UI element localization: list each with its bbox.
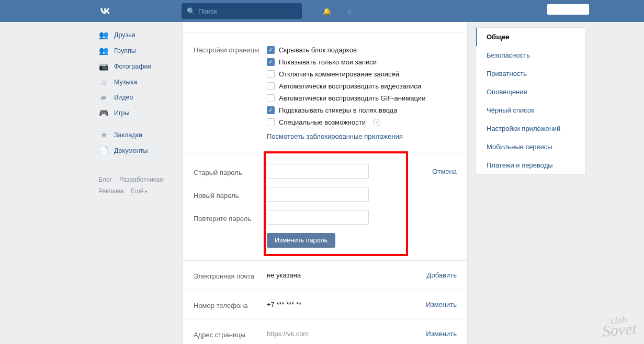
checkbox-icon: ✓ [267, 46, 275, 54]
chk-own-posts[interactable]: ✓Показывать только мои записи [267, 56, 457, 68]
help-icon[interactable]: ? [373, 119, 380, 126]
menu-notifications[interactable]: Оповещения [476, 83, 585, 101]
vk-logo[interactable] [97, 3, 114, 19]
address-row: Адрес страницы Изменить [183, 319, 467, 344]
nav-label: Музыка [114, 79, 137, 86]
chk-label: Отключить комментирование записей [279, 70, 399, 78]
chk-sticker-hints[interactable]: ✓Подсказывать стикеры в полях ввода [267, 104, 457, 116]
menu-privacy[interactable]: Приватность [476, 64, 585, 83]
nav-label: Видео [114, 94, 133, 101]
phone-action[interactable]: Изменить [426, 301, 457, 308]
chk-accessibility[interactable]: Специальные возможности? [267, 116, 457, 128]
page-settings-section: Настройки страницы ✓Скрывать блок подарк… [183, 32, 467, 152]
chk-hide-gifts[interactable]: ✓Скрывать блок подарков [267, 44, 457, 56]
password-section: Старый пароль Отмена Новый пароль Повтор… [183, 152, 467, 261]
nav-photos[interactable]: 📷Фотографии [96, 59, 183, 74]
nav-games[interactable]: 🎮Игры [96, 105, 183, 121]
music-nav-icon: ♫ [98, 77, 109, 86]
nav-docs[interactable]: 📄Документы [96, 143, 183, 159]
phone-label: Номер телефона [194, 299, 267, 309]
checkbox-icon [267, 70, 275, 78]
menu-payments[interactable]: Платежи и переводы [476, 156, 585, 174]
old-password-label: Старый пароль [194, 167, 267, 176]
email-label: Электронная почта [194, 270, 267, 280]
footer-devs[interactable]: Разработчикам [119, 176, 164, 183]
bell-icon[interactable]: 🔔 [323, 7, 331, 15]
chk-label: Автоматически воспроизводить GIF-анимаци… [279, 94, 425, 102]
search-placeholder: Поиск [198, 7, 217, 15]
chk-label: Подсказывать стикеры в полях ввода [279, 106, 397, 114]
email-action[interactable]: Добавить [427, 271, 457, 279]
address-action[interactable]: Изменить [426, 330, 457, 338]
topbar: 🔍 Поиск 🔔 ♫ [0, 0, 644, 22]
user-menu[interactable] [547, 4, 589, 15]
right-column: Общее Безопасность Приватность Оповещени… [476, 27, 585, 344]
password-cancel[interactable]: Отмена [432, 168, 457, 175]
games-icon: 🎮 [98, 108, 109, 118]
old-password-input[interactable] [267, 164, 369, 179]
checkbox-icon [267, 94, 275, 102]
nav-video[interactable]: ▰Видео [96, 90, 183, 105]
checkbox-icon: ✓ [267, 58, 275, 66]
checkbox-icon [267, 82, 275, 90]
page-settings-body: ✓Скрывать блок подарков ✓Показывать толь… [267, 44, 457, 140]
menu-mobile[interactable]: Мобильные сервисы [476, 138, 585, 156]
nav-label: Группы [114, 47, 136, 54]
friends-icon: 👥 [98, 30, 109, 40]
nav-label: Закладки [114, 131, 142, 139]
repeat-password-label: Повторите пароль [194, 213, 267, 223]
video-icon: ▰ [98, 93, 109, 102]
nav-music[interactable]: ♫Музыка [96, 74, 183, 90]
nav-footer: БлогРазработчикам РекламаЕщё [96, 174, 183, 197]
settings-content: Настройки страницы ✓Скрывать блок подарк… [183, 22, 468, 344]
left-nav: 👥Друзья 👥Группы 📷Фотографии ♫Музыка ▰Вид… [96, 22, 183, 344]
bookmark-icon: ★ [98, 130, 109, 140]
address-label: Адрес страницы [194, 329, 267, 339]
docs-icon: 📄 [98, 146, 109, 156]
footer-more[interactable]: Ещё [131, 187, 148, 195]
top-icons: 🔔 ♫ [323, 7, 352, 15]
menu-app-settings[interactable]: Настройки приложений [476, 119, 585, 138]
search-box[interactable]: 🔍 Поиск [182, 3, 302, 19]
menu-blacklist[interactable]: Чёрный список [476, 101, 585, 119]
nav-label: Фотографии [114, 63, 151, 70]
settings-menu: Общее Безопасность Приватность Оповещени… [476, 27, 585, 175]
new-password-input[interactable] [267, 187, 369, 202]
menu-general[interactable]: Общее [476, 28, 585, 46]
blocked-apps-link[interactable]: Посмотреть заблокированные приложения [267, 132, 403, 140]
chk-label: Скрывать блок подарков [279, 46, 357, 54]
chk-label: Специальные возможности [279, 118, 366, 126]
change-password-button[interactable]: Изменить пароль [267, 233, 335, 248]
address-input[interactable] [267, 330, 371, 338]
nav-bookmarks[interactable]: ★Закладки [96, 127, 183, 143]
checkbox-icon [267, 118, 275, 126]
nav-label: Игры [114, 109, 129, 117]
page-settings-label: Настройки страницы [194, 44, 267, 54]
menu-security[interactable]: Безопасность [476, 46, 585, 64]
chk-label: Автоматически воспроизводить видеозаписи [279, 82, 421, 90]
email-value: не указана [267, 271, 427, 279]
nav-label: Друзья [114, 31, 135, 39]
repeat-password-input[interactable] [267, 210, 369, 225]
footer-ads[interactable]: Реклама [98, 187, 123, 195]
search-icon: 🔍 [187, 7, 195, 15]
nav-friends[interactable]: 👥Друзья [96, 27, 183, 43]
nav-groups[interactable]: 👥Группы [96, 43, 183, 59]
email-row: Электронная почта не указана Добавить [183, 261, 467, 290]
photos-icon: 📷 [98, 62, 109, 71]
chk-autoplay-video[interactable]: Автоматически воспроизводить видеозаписи [267, 80, 457, 92]
groups-icon: 👥 [98, 46, 109, 56]
phone-row: Номер телефона +7 *** *** ** Изменить [183, 290, 467, 319]
chk-disable-comments[interactable]: Отключить комментирование записей [267, 68, 457, 80]
nav-label: Документы [114, 147, 148, 154]
chk-label: Показывать только мои записи [279, 58, 377, 66]
music-icon[interactable]: ♫ [347, 7, 352, 15]
chk-autoplay-gif[interactable]: Автоматически воспроизводить GIF-анимаци… [267, 92, 457, 104]
new-password-label: Новый пароль [194, 190, 267, 199]
footer-blog[interactable]: Блог [98, 176, 112, 183]
phone-value: +7 *** *** ** [267, 301, 426, 308]
checkbox-icon: ✓ [267, 106, 275, 114]
